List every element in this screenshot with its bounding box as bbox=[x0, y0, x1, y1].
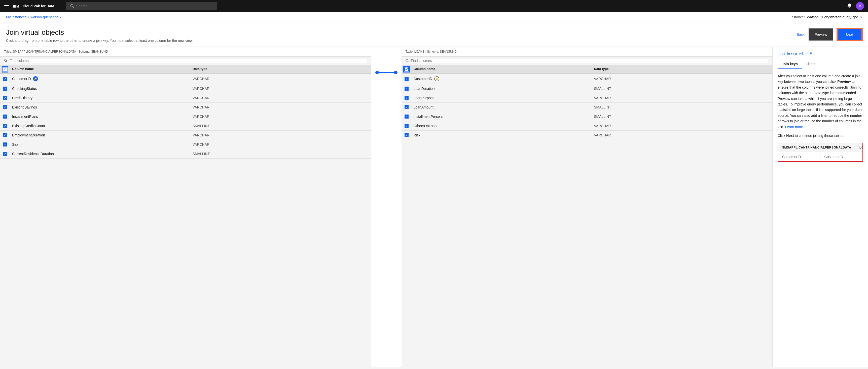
right-row-name-3: LoanAmount bbox=[412, 105, 592, 109]
join-keys-table-row: CustomerID CustomerID bbox=[778, 152, 863, 161]
left-row-type-7: VARCHAR bbox=[191, 143, 371, 147]
right-col-headers: Column name Data type bbox=[402, 65, 773, 74]
right-row-checkbox-1[interactable] bbox=[402, 87, 412, 91]
right-row-checkbox-2[interactable] bbox=[402, 96, 412, 100]
right-row-name-1: LoanDuration bbox=[412, 87, 592, 91]
left-row-type-2: VARCHAR bbox=[191, 96, 371, 100]
left-table-header: Table: SMSAPPLICANTFINANCIALPERSONALDATA… bbox=[0, 47, 371, 57]
join-keys-table-header: SMSAPPLICANTFINANCIALPERSONALDATA LOANS bbox=[778, 143, 863, 152]
tab-filters[interactable]: Filters bbox=[802, 60, 819, 69]
connector-bar bbox=[379, 72, 394, 73]
right-row-name-2: LoanPurpose bbox=[412, 96, 592, 100]
topnav-right-section: P bbox=[847, 2, 864, 10]
connector-dot-right bbox=[394, 71, 398, 74]
left-search-input[interactable] bbox=[9, 59, 367, 63]
right-row-checkbox-6[interactable] bbox=[402, 133, 412, 137]
page-subtitle: Click and drag from one table row to the… bbox=[6, 38, 193, 42]
back-button[interactable]: Back bbox=[797, 32, 805, 36]
global-search[interactable] bbox=[66, 2, 217, 10]
instance-label: Instance: bbox=[790, 15, 805, 19]
join-keys-table: SMSAPPLICANTFINANCIALPERSONALDATA LOANS … bbox=[778, 143, 863, 162]
right-table-row: LoanPurpose VARCHAR bbox=[402, 93, 773, 103]
learn-more-link[interactable]: Learn more. bbox=[785, 125, 804, 129]
instance-dropdown-icon[interactable]: ▾ bbox=[860, 15, 862, 19]
breadcrumb-bar: My instances / watson-query-cpd / Instan… bbox=[0, 12, 868, 22]
right-row-name-0: CustomerID 🔑 bbox=[412, 76, 592, 81]
right-row-type-0: VARCHAR bbox=[592, 77, 772, 81]
left-search-field[interactable] bbox=[0, 57, 371, 65]
left-table-row: CustomerID 🔑 VARCHAR bbox=[0, 74, 371, 84]
page-title-block: Join virtual objects Click and drag from… bbox=[6, 28, 193, 42]
avatar[interactable]: P bbox=[856, 2, 864, 10]
next-button[interactable]: Next bbox=[837, 28, 862, 40]
right-row-checkbox-0[interactable] bbox=[402, 77, 412, 81]
join-key-left-value: CustomerID bbox=[778, 152, 820, 161]
svg-rect-1 bbox=[4, 5, 9, 6]
left-row-checkbox-7[interactable] bbox=[0, 143, 10, 147]
notifications-icon[interactable] bbox=[847, 3, 852, 9]
left-row-name-6: EmploymentDuration bbox=[10, 133, 191, 137]
left-row-checkbox-2[interactable] bbox=[0, 96, 10, 100]
left-table-panel: Table: SMSAPPLICANTFINANCIALPERSONALDATA… bbox=[0, 47, 371, 367]
key-icon-0: 🔑 bbox=[33, 76, 38, 81]
left-row-checkbox-8[interactable] bbox=[0, 152, 10, 156]
panel-tabs: Join keys Filters bbox=[778, 60, 863, 69]
page-title: Join virtual objects bbox=[6, 28, 193, 36]
left-row-name-7: Sex bbox=[10, 143, 191, 147]
left-row-type-1: VARCHAR bbox=[191, 87, 371, 91]
svg-line-7 bbox=[6, 61, 7, 62]
left-row-name-3: ExistingSavings bbox=[10, 105, 191, 109]
right-table-row: LoanAmount SMALLINT bbox=[402, 103, 773, 112]
brand-name: Cloud Pak for Data bbox=[23, 4, 54, 8]
left-table-rows: CustomerID 🔑 VARCHAR CheckingStatus VARC… bbox=[0, 74, 371, 367]
instance-value: Watson Query:watson-query-cpd bbox=[807, 15, 858, 19]
svg-rect-0 bbox=[4, 4, 9, 4]
left-row-checkbox-5[interactable] bbox=[0, 124, 10, 128]
breadcrumb-my-instances[interactable]: My instances bbox=[6, 15, 27, 19]
open-sql-editor-link[interactable]: Open in SQL editor bbox=[778, 52, 863, 56]
right-row-type-6: VARCHAR bbox=[592, 133, 772, 137]
left-select-all-checkbox[interactable] bbox=[0, 67, 10, 71]
right-row-checkbox-5[interactable] bbox=[402, 124, 412, 128]
left-row-checkbox-0[interactable] bbox=[0, 77, 10, 81]
right-row-checkbox-4[interactable] bbox=[402, 115, 412, 119]
left-table-row: InstallmentPlans VARCHAR bbox=[0, 112, 371, 121]
right-row-type-4: SMALLINT bbox=[592, 115, 772, 119]
left-table-row: CheckingStatus VARCHAR bbox=[0, 84, 371, 93]
main-content: Table: SMSAPPLICANTFINANCIALPERSONALDATA… bbox=[0, 47, 868, 367]
right-row-name-5: OthersOnLoan bbox=[412, 124, 592, 128]
left-row-checkbox-3[interactable] bbox=[0, 105, 10, 109]
breadcrumb-watson-query[interactable]: watson-query-cpd bbox=[31, 15, 59, 19]
left-column-name-header: Column name bbox=[10, 67, 191, 71]
right-table-row: Risk VARCHAR bbox=[402, 131, 773, 140]
click-next-text: Click Next to continue joining these tab… bbox=[778, 134, 863, 138]
right-column-type-header: Data type bbox=[592, 67, 772, 71]
join-line bbox=[375, 71, 398, 74]
right-search-field[interactable] bbox=[402, 57, 773, 65]
right-search-input[interactable] bbox=[411, 59, 768, 63]
left-row-name-0: CustomerID 🔑 bbox=[10, 76, 191, 81]
breadcrumb: My instances / watson-query-cpd / bbox=[6, 15, 61, 19]
left-column-type-header: Data type bbox=[191, 67, 371, 71]
left-row-name-2: CreditHistory bbox=[10, 96, 191, 100]
left-table-row: EmploymentDuration VARCHAR bbox=[0, 131, 371, 140]
left-row-name-8: CurrentResidenceDuration bbox=[10, 152, 191, 156]
open-sql-label: Open in SQL editor bbox=[778, 52, 808, 56]
tab-join-keys[interactable]: Join keys bbox=[778, 60, 802, 69]
right-info-panel: Open in SQL editor Join keys Filters Aft… bbox=[772, 47, 868, 367]
right-row-type-3: SMALLINT bbox=[592, 105, 772, 109]
right-row-checkbox-3[interactable] bbox=[402, 105, 412, 109]
left-row-checkbox-1[interactable] bbox=[0, 87, 10, 91]
hamburger-menu-icon[interactable] bbox=[4, 3, 9, 9]
preview-button[interactable]: Preview bbox=[809, 28, 833, 40]
right-select-all-checkbox[interactable] bbox=[402, 67, 412, 71]
right-row-type-5: VARCHAR bbox=[592, 124, 772, 128]
left-row-checkbox-6[interactable] bbox=[0, 133, 10, 137]
left-table-row: Sex VARCHAR bbox=[0, 140, 371, 149]
search-input[interactable] bbox=[76, 4, 214, 8]
breadcrumb-separator-2: / bbox=[60, 15, 61, 19]
join-key-col1-header: SMSAPPLICANTFINANCIALPERSONALDATA bbox=[778, 143, 856, 152]
left-row-checkbox-4[interactable] bbox=[0, 115, 10, 119]
left-table-row: CurrentResidenceDuration SMALLINT bbox=[0, 149, 371, 159]
left-row-name-1: CheckingStatus bbox=[10, 87, 191, 91]
